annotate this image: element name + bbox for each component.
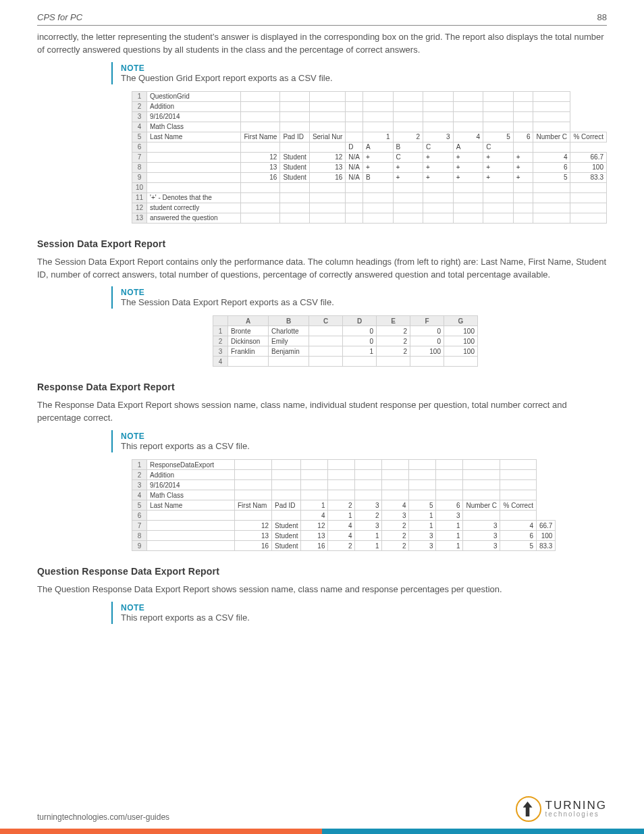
- col-header: [213, 316, 228, 326]
- row-number: 5: [132, 500, 147, 511]
- page-number: 88: [597, 12, 607, 22]
- cell: [483, 91, 514, 101]
- note-label: NOTE: [121, 288, 607, 297]
- cell: [483, 192, 514, 203]
- cell: [301, 490, 328, 500]
- cell: [453, 192, 483, 203]
- cell: 12: [235, 521, 272, 531]
- col-header: E: [377, 316, 410, 326]
- cell: [453, 203, 483, 213]
- cell: C: [423, 142, 454, 152]
- cell: [463, 511, 500, 521]
- cell: [423, 101, 454, 111]
- row-number: 13: [132, 213, 147, 223]
- note-response-data: NOTE This report exports as a CSV file.: [111, 430, 607, 452]
- cell: [363, 192, 394, 203]
- cell: [309, 142, 345, 152]
- cell: [436, 460, 463, 470]
- cell: [513, 182, 533, 192]
- cell: 6: [513, 132, 533, 142]
- cell: 5: [500, 541, 536, 551]
- cell: 2: [377, 346, 410, 357]
- cell: Last Name: [146, 132, 241, 142]
- cell: +: [453, 152, 483, 162]
- cell: Number C: [463, 500, 500, 511]
- cell: [346, 91, 363, 101]
- row-number: 6: [132, 142, 147, 152]
- cell: 4: [301, 511, 328, 521]
- cell: [500, 460, 536, 470]
- cell: 5: [533, 172, 570, 182]
- para-response-data: The Response Data Export Report shows se…: [37, 399, 607, 425]
- cell: +: [513, 162, 533, 172]
- cell: [393, 122, 423, 132]
- cell: 3: [355, 521, 382, 531]
- row-number: 6: [132, 511, 147, 521]
- page-footer: turningtechnologies.com/user-guides TURN…: [37, 796, 607, 822]
- row-number: 5: [132, 132, 147, 142]
- cell: [533, 182, 570, 192]
- cell: +: [483, 172, 514, 182]
- cell: 3: [409, 541, 436, 551]
- cell: [346, 132, 363, 142]
- cell: +: [483, 162, 514, 172]
- cell: [147, 541, 235, 551]
- cell: [280, 203, 309, 213]
- cell: [423, 203, 454, 213]
- row-number: 3: [213, 346, 228, 357]
- cell: [500, 480, 536, 490]
- cell: [393, 111, 423, 122]
- cell: [241, 122, 280, 132]
- cell: [483, 213, 514, 223]
- cell: Benjamin: [269, 346, 309, 357]
- cell: [570, 213, 607, 223]
- cell: [309, 192, 345, 203]
- cell: 66.7: [570, 152, 607, 162]
- cell: [272, 511, 301, 521]
- cell: % Correct: [570, 132, 607, 142]
- cell: student correctly: [146, 203, 241, 213]
- cell: N/A: [346, 162, 363, 172]
- cell: [463, 470, 500, 480]
- row-number: 1: [213, 326, 228, 336]
- cell: [309, 182, 345, 192]
- cell: [355, 490, 382, 500]
- cell: 9/16/2014: [147, 480, 235, 490]
- cell: 4: [328, 531, 355, 541]
- cell: [309, 203, 345, 213]
- cell: [272, 490, 301, 500]
- cell: 6: [533, 162, 570, 172]
- cell: [235, 480, 272, 490]
- row-number: 2: [132, 101, 147, 111]
- cell: 13: [235, 531, 272, 541]
- cell: [235, 511, 272, 521]
- cell: [409, 460, 436, 470]
- cell: [301, 480, 328, 490]
- cell: [280, 142, 309, 152]
- row-number: 2: [213, 336, 228, 346]
- cell: [280, 111, 309, 122]
- cell: [280, 213, 309, 223]
- cell: [363, 101, 394, 111]
- cell: 2: [377, 336, 410, 346]
- row-number: 7: [132, 152, 147, 162]
- note-text: This report exports as a CSV file.: [121, 441, 607, 451]
- cell: [533, 91, 570, 101]
- cell: Number C: [533, 132, 570, 142]
- row-number: 4: [213, 357, 228, 367]
- cell: [409, 470, 436, 480]
- cell: D: [346, 142, 363, 152]
- cell: Math Class: [147, 490, 235, 500]
- cell: 4: [500, 521, 536, 531]
- cell: +: [453, 162, 483, 172]
- cell: 100: [570, 162, 607, 172]
- cell: [355, 460, 382, 470]
- cell: 5: [409, 500, 436, 511]
- cell: N/A: [346, 172, 363, 182]
- note-label: NOTE: [121, 63, 607, 73]
- cell: [423, 91, 454, 101]
- cell: [241, 203, 280, 213]
- col-header: A: [228, 316, 269, 326]
- cell: [309, 336, 343, 346]
- cell: 6: [500, 531, 536, 541]
